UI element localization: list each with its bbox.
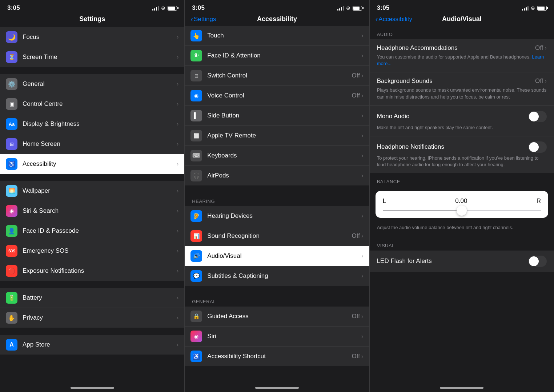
acc-shortcut-label: Accessibility Shortcut (207, 353, 266, 360)
list-item-apple-tv-remote[interactable]: ⬜ Apple TV Remote › (185, 126, 369, 146)
background-sounds-item[interactable]: Background Sounds Off › Plays background… (370, 72, 554, 105)
sidebar-item-control-centre[interactable]: ▣ Control Centre › (0, 94, 184, 114)
emergency-sos-icon: SOS (6, 245, 17, 257)
status-time-1: 3:05 (7, 4, 20, 12)
list-item-siri-acc[interactable]: ◉ Siri › (185, 327, 369, 347)
general-icon: ⚙️ (6, 78, 17, 90)
list-item-touch[interactable]: 👆 Touch › (185, 26, 369, 46)
list-item-side-button[interactable]: ▍ Side Button › (185, 106, 369, 126)
sidebar-item-emergency-sos[interactable]: SOS Emergency SOS › (0, 241, 184, 261)
screen-time-label: Screen Time (23, 53, 57, 61)
learn-more-link[interactable]: Learn more... (377, 54, 544, 66)
sidebar-item-exposure[interactable]: 🔴 Exposure Notifications › (0, 261, 184, 281)
back-button-2[interactable]: ‹ Settings (190, 15, 216, 23)
balance-left-label: L (383, 197, 386, 205)
headphone-accommodations-item[interactable]: Headphone Accommodations Off › You can c… (370, 39, 554, 72)
led-flash-toggle[interactable] (528, 256, 547, 267)
sidebar-item-wallpaper[interactable]: 🌅 Wallpaper › (0, 181, 184, 201)
side-button-icon: ▍ (190, 110, 202, 121)
keyboards-icon: ⌨ (190, 150, 202, 161)
back-button-3[interactable]: ‹ Accessibility (376, 15, 412, 23)
home-indicator-2 (185, 383, 369, 392)
app-store-icon: A (6, 339, 17, 351)
headphone-notifications-item: Headphone Notifications To protect your … (370, 136, 554, 173)
sidebar-item-accessibility[interactable]: ♿ Accessibility › (0, 154, 184, 174)
status-icons-2: ⊜ (337, 5, 362, 11)
sidebar-item-home-screen[interactable]: ⊞ Home Screen › (0, 134, 184, 154)
headphone-acc-chevron: › (545, 44, 547, 52)
sidebar-item-siri[interactable]: ◉ Siri & Search › (0, 201, 184, 221)
sidebar-item-general[interactable]: ⚙️ General › (0, 74, 184, 94)
balance-desc: Adjust the audio volume balance between … (370, 222, 554, 237)
mono-audio-item: Mono Audio Make the left and right speak… (370, 106, 554, 136)
battery-icon-2 (353, 6, 362, 11)
accessibility-icon: ♿ (6, 158, 17, 170)
nav-bar-3: ‹ Accessibility Audio/Visual (370, 14, 554, 26)
list-item-keyboards[interactable]: ⌨ Keyboards › (185, 146, 369, 166)
nav-title-2: Accessibility (257, 15, 297, 23)
list-item-sound-recognition[interactable]: 📊 Sound Recognition Off › (185, 226, 369, 246)
sidebar-item-privacy[interactable]: ✋ Privacy › (0, 308, 184, 328)
list-item-airpods[interactable]: 🎧 AirPods › (185, 166, 369, 185)
voice-control-value: Off (352, 92, 360, 99)
list-item-hearing-devices[interactable]: 🦻 Hearing Devices › (185, 206, 369, 226)
sidebar-item-battery[interactable]: 🔋 Battery › (0, 288, 184, 308)
list-item-audio-visual[interactable]: 🔊 Audio/Visual › (185, 246, 369, 266)
general-acc-section: 🔒 Guided Access Off › ◉ Siri › (185, 307, 369, 366)
headphone-notif-toggle[interactable] (528, 141, 547, 153)
audio-section: Headphone Accommodations Off › You can c… (370, 39, 554, 173)
balance-card: L 0.00 R (376, 191, 548, 218)
background-sounds-desc: Plays background sounds to mask unwanted… (377, 87, 547, 100)
balance-value: 0.00 (455, 197, 467, 205)
display-icon: Aa (6, 118, 17, 130)
settings-group-3: 🌅 Wallpaper › ◉ Siri & Search › (0, 181, 184, 281)
wallpaper-label: Wallpaper (23, 187, 50, 195)
siri-acc-icon: ◉ (190, 331, 202, 342)
nav-bar-1: Settings (0, 14, 184, 26)
voice-control-icon: ◉ (190, 90, 202, 101)
focus-label: Focus (23, 33, 39, 41)
face-id-label: Face ID & Passcode (23, 227, 79, 235)
hearing-devices-label: Hearing Devices (207, 212, 253, 220)
list-item-guided-access[interactable]: 🔒 Guided Access Off › (185, 307, 369, 327)
accessibility-scroll[interactable]: 👆 Touch › 👁 Face ID & Attention › (185, 26, 369, 383)
accessibility-motor-section: 👆 Touch › 👁 Face ID & Attention › (185, 26, 369, 185)
sound-recognition-label: Sound Recognition (207, 232, 260, 240)
general-section-label: GENERAL (185, 293, 369, 307)
guided-access-label: Guided Access (207, 313, 248, 320)
audio-visual-icon: 🔊 (190, 250, 202, 262)
list-item-face-id-attention[interactable]: 👁 Face ID & Attention › (185, 46, 369, 66)
headphone-notif-desc: To protect your hearing, iPhone sends a … (377, 155, 547, 168)
list-item-voice-control[interactable]: ◉ Voice Control Off › (185, 86, 369, 106)
privacy-label: Privacy (23, 314, 43, 321)
status-time-3: 3:05 (377, 4, 390, 12)
privacy-icon: ✋ (6, 312, 17, 324)
list-item-switch-control[interactable]: ⊡ Switch Control Off › (185, 66, 369, 86)
voice-control-label: Voice Control (207, 92, 244, 99)
mono-audio-title: Mono Audio (377, 113, 528, 120)
balance-slider[interactable] (383, 210, 541, 211)
hearing-section-label: HEARING (185, 193, 369, 206)
home-screen-icon: ⊞ (6, 138, 17, 150)
mono-audio-toggle[interactable] (528, 111, 547, 122)
control-centre-icon: ▣ (6, 98, 17, 110)
settings-group-5: A App Store › (0, 335, 184, 355)
list-item-accessibility-shortcut[interactable]: ♿ Accessibility Shortcut Off › (185, 347, 369, 366)
sidebar-item-face-id[interactable]: 👤 Face ID & Passcode › (0, 221, 184, 241)
subtitles-label: Subtitles & Captioning (207, 272, 268, 280)
settings-scroll[interactable]: 🌙 Focus › ⏳ Screen Time › (0, 26, 184, 383)
sidebar-item-display-brightness[interactable]: Aa Display & Brightness › (0, 114, 184, 134)
list-item-subtitles-captioning[interactable]: 💬 Subtitles & Captioning › (185, 266, 369, 286)
sidebar-item-app-store[interactable]: A App Store › (0, 335, 184, 355)
control-centre-label: Control Centre (23, 100, 63, 108)
screen-time-icon: ⏳ (6, 51, 17, 63)
sidebar-item-screen-time[interactable]: ⏳ Screen Time › (0, 47, 184, 67)
switch-control-label: Switch Control (207, 72, 247, 79)
back-label-2: Settings (194, 16, 216, 23)
apple-tv-icon: ⬜ (190, 130, 202, 141)
audio-visual-scroll[interactable]: AUDIO Headphone Accommodations Off › You… (370, 26, 554, 383)
face-id-att-icon: 👁 (190, 50, 202, 61)
nav-title-1: Settings (79, 15, 105, 23)
face-id-icon: 👤 (6, 225, 17, 237)
sidebar-item-focus[interactable]: 🌙 Focus › (0, 27, 184, 47)
